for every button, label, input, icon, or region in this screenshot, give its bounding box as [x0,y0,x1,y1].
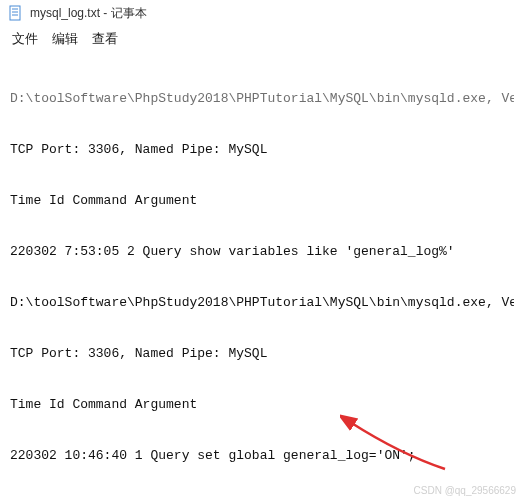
menu-bar: 文件 编辑 查看 [0,26,524,54]
menu-view[interactable]: 查看 [92,30,118,48]
watermark: CSDN @qq_29566629 [414,485,516,496]
log-line: D:\toolSoftware\PhpStudy2018\PHPTutorial… [10,90,514,107]
log-line: Time Id Command Argument [10,192,514,209]
log-line: TCP Port: 3306, Named Pipe: MySQL [10,141,514,158]
menu-file[interactable]: 文件 [12,30,38,48]
notepad-icon [8,5,24,21]
svg-rect-0 [10,6,20,20]
log-line: D:\toolSoftware\PhpStudy2018\PHPTutorial… [10,294,514,311]
menu-edit[interactable]: 编辑 [52,30,78,48]
log-line: 220302 7:53:05 2 Query show variables li… [10,243,514,260]
title-bar: mysql_log.txt - 记事本 [0,0,524,26]
window-title: mysql_log.txt - 记事本 [30,5,147,22]
text-content[interactable]: D:\toolSoftware\PhpStudy2018\PHPTutorial… [0,54,524,500]
log-line: TCP Port: 3306, Named Pipe: MySQL [10,345,514,362]
log-line: 220302 10:46:40 1 Query set global gener… [10,447,514,464]
log-line: Time Id Command Argument [10,396,514,413]
